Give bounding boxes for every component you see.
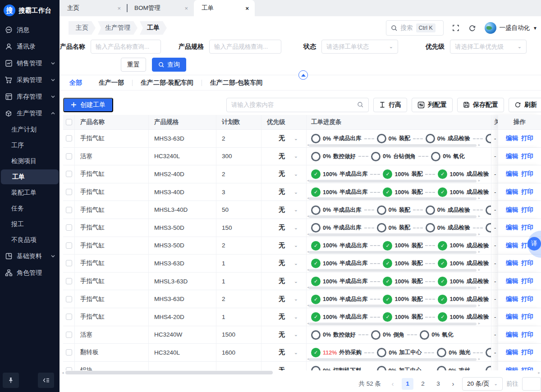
product-spec-input[interactable] (214, 43, 276, 50)
priority-cell[interactable]: 无⌄ (261, 344, 307, 361)
tab-workorder[interactable]: 工单 × (194, 0, 255, 16)
page-3[interactable]: 3 (432, 378, 444, 390)
next-page-icon[interactable]: › (448, 380, 458, 387)
print-link[interactable]: 打印 (521, 134, 533, 142)
edit-link[interactable]: 编辑 (506, 313, 518, 321)
print-link[interactable]: 打印 (521, 223, 533, 232)
row-checkbox[interactable] (66, 349, 72, 356)
row-checkbox[interactable] (66, 296, 72, 302)
priority-cell[interactable]: 无⌄ (261, 273, 307, 290)
progress-scrollbar[interactable]: ◂▸ (309, 233, 484, 236)
workshop-tab-全部[interactable]: 全部 (69, 79, 83, 87)
print-link[interactable]: 打印 (521, 348, 533, 356)
progress-scrollbar[interactable]: ◂▸ (309, 251, 484, 254)
row-checkbox[interactable] (66, 189, 72, 195)
collapse-filter-button[interactable] (298, 70, 308, 80)
sidebar-item-基础资料[interactable]: 基础资料 (0, 248, 60, 264)
page-size-select[interactable]: 20 条/页 ⌄ (462, 377, 503, 391)
sidebar-subitem-生产计划[interactable]: 生产计划 (0, 122, 60, 137)
print-link[interactable]: 打印 (521, 206, 533, 214)
horizontal-scrollbar[interactable]: ◂ ▸ (63, 370, 541, 375)
sidebar-subitem-工单[interactable]: 工单 (1, 169, 59, 184)
page-2[interactable]: 2 (417, 378, 429, 390)
global-search[interactable]: 搜索 Ctrl K (386, 20, 444, 36)
edit-link[interactable]: 编辑 (506, 295, 518, 303)
print-link[interactable]: 打印 (521, 366, 533, 370)
print-link[interactable]: 打印 (521, 331, 533, 339)
priority-cell[interactable]: 无⌄ (261, 130, 307, 147)
edit-link[interactable]: 编辑 (506, 170, 518, 178)
edit-link[interactable]: 编辑 (506, 188, 518, 196)
priority-cell[interactable]: 无⌄ (261, 255, 307, 272)
sidebar-item-采购管理[interactable]: 采购管理 (0, 72, 60, 88)
progress-scrollbar[interactable]: ◂▸ (309, 305, 484, 307)
table-search-input[interactable] (231, 101, 357, 108)
progress-scrollbar[interactable]: ◂▸ (309, 269, 484, 272)
priority-cell[interactable]: 无⌄ (261, 219, 307, 237)
progress-scrollbar[interactable]: ◂▸ (309, 323, 484, 325)
edit-link[interactable]: 编辑 (506, 242, 518, 250)
sidebar-item-角色管理[interactable]: 角色管理 (0, 264, 60, 281)
edit-link[interactable]: 编辑 (506, 331, 518, 339)
row-checkbox[interactable] (66, 314, 72, 320)
sidebar-item-生产管理[interactable]: 生产管理 (0, 105, 60, 122)
row-checkbox[interactable] (66, 207, 72, 213)
print-link[interactable]: 打印 (521, 295, 533, 303)
reset-button[interactable]: 重置 (121, 58, 146, 72)
edit-link[interactable]: 编辑 (506, 206, 518, 214)
refresh-icon[interactable] (468, 23, 477, 32)
print-link[interactable]: 打印 (521, 152, 533, 160)
search-icon[interactable] (357, 101, 364, 108)
edit-link[interactable]: 编辑 (506, 223, 518, 232)
edit-link[interactable]: 编辑 (506, 366, 518, 370)
prev-page-icon[interactable]: ‹ (387, 380, 398, 387)
save-config-button[interactable]: 保存配置 (457, 98, 504, 112)
sidebar-item-消息[interactable]: 消息 (0, 22, 60, 38)
row-checkbox[interactable] (66, 171, 72, 177)
progress-scrollbar[interactable]: ◂▸ (309, 287, 484, 289)
workshop-tab-生产一部[interactable]: 生产一部 (98, 79, 125, 87)
row-checkbox[interactable] (66, 332, 72, 338)
sidebar-subitem-不良品项[interactable]: 不良品项 (0, 232, 60, 248)
pin-icon[interactable] (3, 373, 19, 388)
priority-cell[interactable]: 无⌄ (261, 326, 307, 344)
close-icon[interactable]: × (117, 5, 121, 12)
progress-scrollbar[interactable]: ◂▸ (309, 144, 484, 147)
edit-link[interactable]: 编辑 (506, 259, 518, 267)
workshop-tab-生产二部-装配车间[interactable]: 生产二部-装配车间 (140, 79, 194, 87)
edit-link[interactable]: 编辑 (506, 277, 518, 285)
row-checkbox[interactable] (66, 367, 72, 370)
sidebar-item-通讯录[interactable]: 通讯录 (0, 38, 60, 55)
scroll-left-icon[interactable]: ◂ (62, 370, 64, 375)
goto-page-input[interactable] (522, 377, 541, 391)
print-link[interactable]: 打印 (521, 188, 533, 196)
row-checkbox[interactable] (66, 153, 72, 160)
sidebar-subitem-检测项目[interactable]: 检测项目 (0, 153, 60, 169)
select-all-checkbox[interactable] (66, 119, 72, 125)
create-workorder-button[interactable]: 创建工单 (63, 98, 113, 112)
edit-link[interactable]: 编辑 (506, 134, 518, 142)
sidebar-subitem-装配工单[interactable]: 装配工单 (0, 185, 60, 201)
page-1[interactable]: 1 (402, 378, 413, 390)
fullscreen-icon[interactable] (451, 23, 460, 32)
product-name-input[interactable] (96, 43, 156, 50)
scroll-right-icon[interactable]: ▸ (538, 370, 540, 375)
row-checkbox[interactable] (66, 242, 72, 249)
edit-link[interactable]: 编辑 (506, 348, 518, 356)
edit-link[interactable]: 编辑 (506, 152, 518, 160)
progress-scrollbar[interactable]: ◂▸ (309, 215, 484, 218)
sidebar-subitem-任务[interactable]: 任务 (0, 201, 60, 216)
priority-cell[interactable]: 无⌄ (261, 308, 307, 326)
sidebar-item-库存管理[interactable]: 库存管理 (0, 88, 60, 105)
close-icon[interactable]: × (184, 5, 188, 12)
progress-scrollbar[interactable]: ◂▸ (309, 180, 484, 182)
row-height-button[interactable]: 行高 (373, 98, 407, 112)
sidebar-subitem-报工[interactable]: 报工 (0, 216, 60, 232)
tab-bom[interactable]: BOM管理 × (127, 0, 194, 16)
translate-button[interactable]: 译 (527, 237, 541, 251)
row-checkbox[interactable] (66, 135, 72, 141)
column-config-button[interactable]: 列配置 (412, 98, 453, 112)
progress-scrollbar[interactable]: ◂▸ (309, 358, 484, 361)
priority-cell[interactable]: 无⌄ (261, 201, 307, 219)
sidebar-item-销售管理[interactable]: 销售管理 (0, 55, 60, 72)
